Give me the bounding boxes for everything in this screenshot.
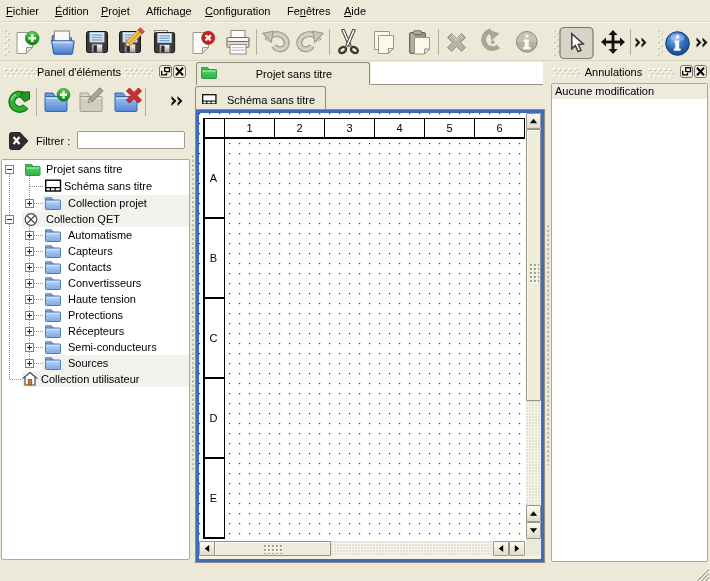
svg-text:E: E <box>210 492 217 504</box>
svg-text:2: 2 <box>296 122 302 134</box>
svg-text:C: C <box>210 332 218 344</box>
svg-text:5: 5 <box>446 122 452 134</box>
svg-text:3: 3 <box>346 122 352 134</box>
svg-text:A: A <box>210 172 218 184</box>
svg-text:6: 6 <box>496 122 502 134</box>
svg-text:4: 4 <box>396 122 402 134</box>
svg-text:D: D <box>210 412 218 424</box>
svg-text:B: B <box>210 252 217 264</box>
svg-text:1: 1 <box>246 122 252 134</box>
